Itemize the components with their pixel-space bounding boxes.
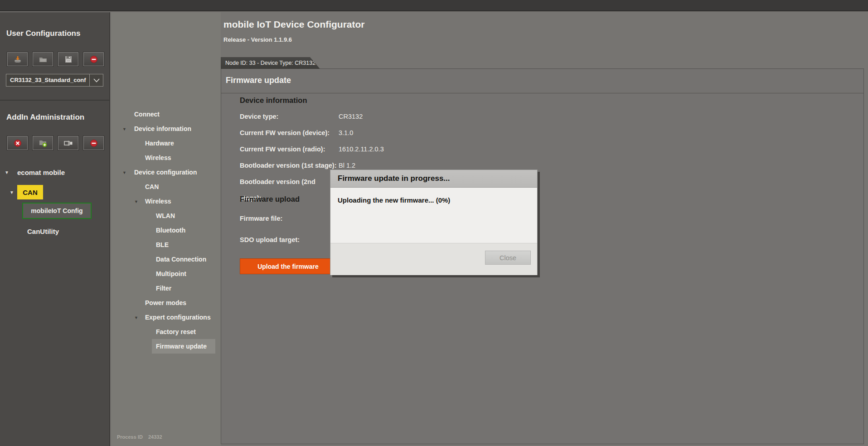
- nav-item[interactable]: ▼ Filter: [111, 281, 221, 296]
- nav-item[interactable]: ▼ Wireless: [111, 194, 221, 208]
- expander-arrow-icon[interactable]: ▼: [122, 165, 126, 180]
- device-info-row: Current FW version (device):3.1.0: [240, 125, 557, 141]
- nav-item-label: Wireless: [145, 198, 171, 205]
- nav-item-label: WLAN: [156, 212, 175, 219]
- nav-item-label: Factory reset: [156, 328, 196, 335]
- nav-item-label: Data Connection: [156, 256, 206, 263]
- configuration-dropdown-value[interactable]: CR3132_33_Standard_conf: [6, 74, 90, 87]
- nav-item-label: Bluetooth: [156, 227, 185, 234]
- nav-item[interactable]: ▼ Wireless: [111, 150, 221, 165]
- app-version: Release - Version 1.1.9.6: [223, 36, 292, 43]
- main-area: mobile IoT Device Configurator Release -…: [221, 12, 868, 446]
- chevron-down-icon: [93, 78, 100, 82]
- tree-node-canutility[interactable]: CanUtility: [27, 228, 59, 235]
- close-button[interactable]: Close: [485, 251, 531, 265]
- process-id-status: Process ID 24332: [117, 434, 162, 440]
- user-configurations-title: User Configurations: [6, 29, 80, 38]
- open-folder-icon: [39, 56, 48, 63]
- nav-item-label: Hardware: [145, 140, 174, 147]
- process-id-label: Process ID: [117, 434, 143, 440]
- nav-item-label: Power modes: [145, 299, 186, 306]
- expander-arrow-icon[interactable]: ▼: [134, 194, 138, 209]
- sdo-upload-target-label: SDO upload target:: [240, 236, 300, 243]
- nav-item[interactable]: ▼ BLE: [111, 238, 221, 252]
- remove-minus-icon: [90, 55, 98, 63]
- remove-configuration-button[interactable]: [83, 52, 104, 66]
- device-info-row: Device type:CR3132: [240, 108, 557, 125]
- device-tab[interactable]: Node ID: 33 - Device Type: CR3132: [221, 57, 320, 69]
- expander-arrow-icon[interactable]: ▼: [122, 122, 126, 136]
- tree-node-ecomat-mobile[interactable]: ecomat mobile: [17, 169, 65, 176]
- nav-item-label: Device configuration: [134, 169, 197, 176]
- panel-divider: [221, 93, 863, 93]
- configuration-dropdown: CR3132_33_Standard_conf: [6, 74, 103, 87]
- nav-item[interactable]: ▼ CAN: [111, 179, 221, 194]
- configuration-dropdown-button[interactable]: [90, 74, 103, 87]
- addin-administration-title: AddIn Administration: [6, 113, 84, 122]
- nav-item[interactable]: ▼ Connect: [111, 107, 221, 121]
- nav-item-label: CAN: [145, 183, 159, 190]
- navigation-panel: ▼ Connect ▼ Device information ▼ Hardwar…: [111, 12, 221, 446]
- remove-addin-button[interactable]: [83, 136, 104, 150]
- device-info-label: Current FW version (radio):: [240, 141, 339, 157]
- delete-addin-button[interactable]: [7, 136, 28, 150]
- addin-toolbar: [7, 136, 104, 150]
- nav-item[interactable]: ▼ Device configuration: [111, 165, 221, 179]
- device-info-value: CR3132: [339, 113, 363, 120]
- firmware-file-label: Firmware file:: [240, 215, 282, 222]
- nav-item-label: Connect: [134, 111, 160, 118]
- remove-minus-icon: [90, 139, 98, 147]
- device-info-row: Current FW version (radio):1610.2.11.2.0…: [240, 141, 557, 157]
- expander-arrow-icon[interactable]: ▼: [10, 190, 14, 195]
- tree-node-mobileiot-config[interactable]: mobileIoT Config: [22, 203, 92, 219]
- dialog-header: Firmware update in progress...: [330, 170, 537, 188]
- save-configuration-button[interactable]: [58, 52, 78, 66]
- nav-item[interactable]: ▼ Hardware: [111, 136, 221, 150]
- nav-item[interactable]: ▼ Expert configurations: [111, 310, 221, 325]
- device-info-value: 1610.2.11.2.0.3: [339, 145, 384, 153]
- nav-item-label: Device information: [134, 125, 191, 132]
- device-info-label: Current FW version (device):: [240, 125, 339, 141]
- nav-item-label: Filter: [156, 285, 171, 292]
- dialog-footer: Close: [330, 243, 537, 275]
- expander-arrow-icon[interactable]: ▼: [5, 170, 9, 175]
- import-configuration-icon: [13, 56, 22, 63]
- dialog-title: Firmware update in progress...: [338, 174, 450, 183]
- rename-icon: [64, 141, 73, 146]
- menu-bar: [0, 0, 868, 11]
- nav-item[interactable]: ▼ Power modes: [111, 296, 221, 310]
- upload-firmware-button[interactable]: Upload the firmware: [240, 258, 336, 274]
- device-info-value: Bl 1.2: [339, 162, 355, 169]
- nav-item-label: BLE: [156, 241, 169, 248]
- panel-title: Firmware update: [226, 76, 291, 85]
- expander-arrow-icon[interactable]: ▼: [134, 310, 138, 325]
- tree-node-can[interactable]: CAN: [17, 185, 43, 199]
- sidebar-divider: [0, 100, 110, 101]
- nav-item-label: Expert configurations: [145, 314, 211, 321]
- device-info-value: 3.1.0: [339, 129, 353, 136]
- nav-item[interactable]: ▼ Bluetooth: [111, 223, 221, 238]
- import-configuration-button[interactable]: [7, 52, 28, 66]
- user-config-toolbar: [7, 52, 104, 66]
- device-info-label: Bootloader version (1st stage):: [240, 157, 339, 174]
- firmware-progress-dialog: Firmware update in progress... Uploading…: [330, 170, 538, 275]
- save-floppy-icon: [64, 56, 73, 63]
- add-addin-button[interactable]: [33, 136, 53, 150]
- nav-item[interactable]: ▼ Factory reset: [111, 325, 221, 339]
- navigation-tree: ▼ Connect ▼ Device information ▼ Hardwar…: [111, 107, 221, 354]
- nav-item[interactable]: ▼ Multipoint: [111, 267, 221, 281]
- nav-item[interactable]: ▼ Firmware update: [111, 339, 221, 354]
- nav-item[interactable]: ▼ Data Connection: [111, 252, 221, 267]
- app-title: mobile IoT Device Configurator: [223, 19, 365, 30]
- nav-item[interactable]: ▼ WLAN: [111, 208, 221, 223]
- nav-item-label: Multipoint: [156, 270, 186, 277]
- firmware-upload-heading: Firmware upload: [240, 195, 300, 204]
- nav-item[interactable]: ▼ Device information: [111, 121, 221, 136]
- device-info-label: Device type:: [240, 108, 339, 125]
- open-configuration-button[interactable]: [33, 52, 53, 66]
- firmware-update-panel: Firmware update Device information Devic…: [221, 68, 864, 444]
- upload-progress-message: Uploading the new firmware... (0%): [338, 196, 450, 204]
- rename-addin-button[interactable]: [58, 136, 78, 150]
- nav-item-label: Wireless: [145, 154, 171, 161]
- add-folder-icon: [39, 139, 48, 147]
